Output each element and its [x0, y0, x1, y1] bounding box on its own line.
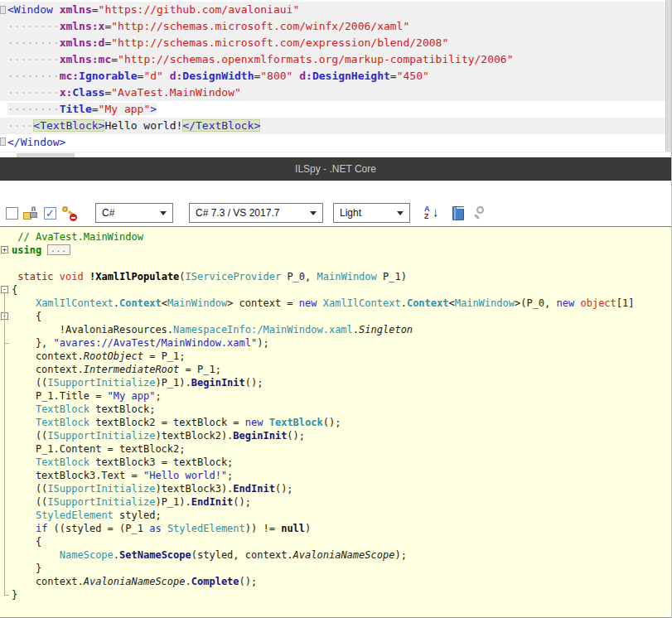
internal-api-lock-icon[interactable]: [23, 205, 38, 220]
checkbox-checked[interactable]: ✓: [44, 207, 56, 220]
code-segment: !XamlIlPopulate: [89, 271, 179, 282]
code-segment: ();: [275, 483, 293, 495]
code-segment: P_1.Title =: [12, 390, 108, 402]
code-line-content: static void !XamlIlPopulate(IServiceProv…: [12, 271, 407, 282]
code-segment: ····: [7, 119, 33, 132]
xaml-horizontal-scrollbar[interactable]: [0, 152, 671, 157]
code-segment: = P_1;: [179, 364, 221, 375]
fold-guide-line: [4, 320, 5, 343]
code-segment: ();: [239, 576, 258, 587]
xaml-fold-marker-bottom[interactable]: [0, 138, 6, 146]
code-line-content: StyledElement styled;: [12, 509, 162, 521]
toolbar-row: ✓ C# C# 7.3 / VS 2017.7 Light A Z: [0, 202, 488, 224]
lock-body-shape: [30, 212, 37, 218]
code-segment: ········: [7, 36, 60, 49]
code-line-content: ········xmlns:d="http://schemas.microsof…: [7, 36, 448, 49]
code-segment: x:: [60, 86, 73, 99]
code-line: TextBlock textBlock3 = textBlock;: [0, 456, 671, 469]
theme-combobox-value: Light: [340, 207, 361, 219]
code-segment: TextBlock: [36, 417, 89, 428]
fold-guide-elbow: [4, 595, 9, 596]
code-line-content: ((ISupportInitialize)P_1).BeginInit();: [12, 377, 263, 389]
code-line-content: textBlock3.Text = "Hello world!";: [12, 470, 233, 481]
fold-collapse-icon[interactable]: [1, 286, 8, 293]
language-version-combobox[interactable]: C# 7.3 / VS 2017.7: [189, 203, 323, 223]
code-segment: DesignHeight: [312, 70, 390, 82]
code-segment: ········: [7, 103, 60, 115]
code-segment: =: [390, 70, 397, 82]
code-line: ····<TextBlock>Hello world!</TextBlock>: [0, 118, 665, 134]
code-segment: using: [12, 244, 47, 256]
language-combobox[interactable]: C#: [95, 203, 173, 223]
code-segment: ();: [323, 417, 341, 428]
code-segment: <Window: [7, 3, 53, 16]
code-line: P_1.Title = "My app";: [0, 389, 671, 403]
code-segment: [1]: [616, 297, 635, 309]
xaml-code[interactable]: <Window xmlns="https://github.com/avalon…: [0, 2, 665, 151]
code-segment: .: [114, 549, 119, 561]
fold-expand-icon[interactable]: [1, 246, 8, 253]
scrollbar-thumb[interactable]: [17, 153, 75, 157]
code-line: NameScope.SetNameScope(styled, context.A…: [0, 548, 671, 562]
code-line: ((ISupportInitialize)textBlock2).BeginIn…: [0, 429, 671, 442]
code-line: TextBlock textBlock2 = textBlock = new T…: [0, 416, 671, 429]
code-segment: [53, 3, 60, 16]
sort-alphabetical-icon[interactable]: A Z ↓: [424, 205, 444, 220]
code-segment: "450": [397, 70, 429, 82]
code-line: ((ISupportInitialize)P_1).BeginInit();: [0, 376, 671, 389]
code-segment: // AvaTest.MainWindow: [17, 231, 143, 243]
code-segment: StyledElement: [36, 509, 114, 521]
code-line: XamlIlContext.Context<MainWindow> contex…: [0, 297, 671, 310]
decompiled-code[interactable]: // AvaTest.MainWindowusing ... static vo…: [0, 230, 671, 601]
window-title: ILSpy - .NET Core: [295, 163, 376, 175]
screenshot-root: <Window xmlns="https://github.com/avalon…: [0, 0, 672, 618]
code-segment: [54, 271, 60, 282]
code-line: context.AvaloniaNameScope.Complete();: [0, 575, 671, 588]
book-icon[interactable]: [452, 206, 464, 220]
code-line-content: if ((styled = (P_1 as StyledElement)) !=…: [12, 523, 311, 534]
code-segment: [162, 523, 167, 534]
code-segment: [317, 297, 323, 309]
code-segment: )textBlock2).: [155, 430, 233, 442]
code-segment: RootObject: [84, 350, 143, 362]
code-segment: >: [150, 103, 157, 115]
code-segment: "My app": [108, 390, 156, 402]
checkbox-unchecked[interactable]: [6, 207, 18, 220]
code-segment: [12, 456, 36, 468]
code-segment: )) !=: [245, 523, 281, 534]
code-segment: if: [36, 523, 47, 534]
code-segment: ();: [287, 430, 305, 442]
code-segment: SetNameScope: [119, 549, 191, 561]
code-segment: xmlns: [60, 3, 92, 16]
handle-shape: [474, 214, 480, 220]
code-segment: BeginInit: [233, 430, 287, 442]
xaml-fold-marker-top[interactable]: [0, 6, 6, 14]
code-segment: object: [580, 297, 616, 309]
code-segment: "800": [260, 70, 292, 82]
code-segment: xmlns:d: [60, 36, 105, 49]
code-segment: ((styled = (P_1: [47, 523, 149, 534]
code-segment: XamlIlContext: [36, 297, 114, 309]
xaml-editor-pane: <Window xmlns="https://github.com/avalon…: [0, 0, 671, 157]
code-line-content: P_1.Content = textBlock2;: [12, 443, 186, 455]
code-line: if ((styled = (P_1 as StyledElement)) !=…: [0, 522, 671, 535]
code-line-content: ((ISupportInitialize)textBlock3).EndInit…: [12, 483, 293, 495]
code-segment: =: [92, 3, 99, 16]
code-segment: [12, 297, 36, 309]
key-head-shape: [62, 206, 68, 212]
search-icon[interactable]: [473, 205, 488, 220]
code-segment: Title: [60, 103, 92, 115]
code-segment: </Window>: [7, 136, 65, 148]
xaml-vertical-scrollbar[interactable]: [665, 0, 671, 152]
code-segment: EndInit: [233, 483, 275, 495]
compiler-generated-keys-icon[interactable]: [61, 205, 76, 220]
code-line-content: TextBlock textBlock3 = textBlock;: [12, 456, 233, 468]
code-line-content: ········mc:Ignorable="d" d:DesignWidth="…: [7, 70, 429, 82]
code-segment: textBlock;: [89, 403, 155, 415]
code-segment: ISupportInitialize: [47, 496, 155, 508]
code-line: ········xmlns:mc="http://schemas.openxml…: [0, 51, 665, 68]
code-line-content: {: [12, 536, 41, 548]
theme-combobox[interactable]: Light: [333, 203, 410, 223]
code-line: context.RootObject = P_1;: [0, 350, 671, 363]
ilspy-titlebar[interactable]: ILSpy - .NET Core: [0, 157, 671, 181]
